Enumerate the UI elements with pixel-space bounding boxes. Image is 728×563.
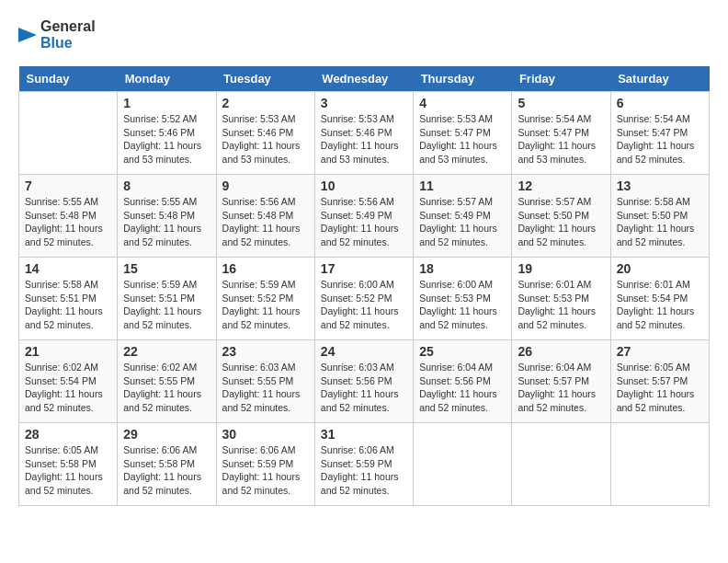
day-info: Sunrise: 5:54 AM Sunset: 5:47 PM Dayligh… [518, 112, 604, 167]
column-header-monday: Monday [118, 66, 216, 92]
day-number: 16 [222, 261, 309, 276]
day-number: 13 [617, 178, 703, 193]
day-info: Sunrise: 6:05 AM Sunset: 5:57 PM Dayligh… [617, 361, 703, 415]
calendar-week-1: 1Sunrise: 5:52 AM Sunset: 5:46 PM Daylig… [19, 92, 710, 175]
day-number: 12 [518, 178, 604, 193]
calendar-cell: 12Sunrise: 5:57 AM Sunset: 5:50 PM Dayli… [512, 175, 610, 258]
day-number: 21 [25, 344, 111, 359]
calendar-cell [610, 423, 709, 506]
calendar-header-row: SundayMondayTuesdayWednesdayThursdayFrid… [19, 66, 710, 92]
day-number: 2 [222, 96, 309, 110]
day-info: Sunrise: 6:01 AM Sunset: 5:54 PM Dayligh… [617, 278, 703, 332]
calendar-cell [512, 423, 610, 506]
day-number: 25 [419, 344, 506, 359]
day-info: Sunrise: 5:54 AM Sunset: 5:47 PM Dayligh… [617, 112, 703, 167]
calendar-cell: 11Sunrise: 5:57 AM Sunset: 5:49 PM Dayli… [414, 175, 512, 258]
day-info: Sunrise: 6:06 AM Sunset: 5:58 PM Dayligh… [123, 443, 210, 498]
day-info: Sunrise: 5:55 AM Sunset: 5:48 PM Dayligh… [123, 195, 210, 249]
day-number: 1 [123, 96, 210, 110]
day-number: 3 [321, 96, 407, 110]
day-info: Sunrise: 5:57 AM Sunset: 5:49 PM Dayligh… [419, 195, 506, 249]
day-number: 14 [25, 261, 111, 276]
day-number: 29 [123, 427, 210, 442]
day-info: Sunrise: 5:52 AM Sunset: 5:46 PM Dayligh… [123, 112, 210, 167]
day-info: Sunrise: 5:58 AM Sunset: 5:50 PM Dayligh… [617, 195, 703, 249]
calendar-cell: 6Sunrise: 5:54 AM Sunset: 5:47 PM Daylig… [610, 92, 709, 175]
day-info: Sunrise: 5:53 AM Sunset: 5:46 PM Dayligh… [321, 112, 407, 167]
calendar-cell: 31Sunrise: 6:06 AM Sunset: 5:59 PM Dayli… [314, 423, 413, 506]
calendar-cell: 19Sunrise: 6:01 AM Sunset: 5:53 PM Dayli… [512, 258, 610, 340]
column-header-saturday: Saturday [610, 66, 709, 92]
calendar-cell: 1Sunrise: 5:52 AM Sunset: 5:46 PM Daylig… [118, 92, 216, 175]
calendar-cell: 18Sunrise: 6:00 AM Sunset: 5:53 PM Dayli… [414, 258, 512, 340]
calendar-cell: 4Sunrise: 5:53 AM Sunset: 5:47 PM Daylig… [414, 92, 512, 175]
column-header-wednesday: Wednesday [314, 66, 413, 92]
day-info: Sunrise: 5:53 AM Sunset: 5:47 PM Dayligh… [419, 112, 506, 167]
day-number: 11 [419, 178, 506, 193]
day-number: 27 [617, 344, 703, 359]
day-info: Sunrise: 6:02 AM Sunset: 5:54 PM Dayligh… [25, 361, 111, 415]
calendar-cell: 8Sunrise: 5:55 AM Sunset: 5:48 PM Daylig… [118, 175, 216, 258]
logo-text: General Blue [40, 18, 96, 51]
day-number: 8 [123, 178, 210, 193]
day-info: Sunrise: 5:55 AM Sunset: 5:48 PM Dayligh… [25, 195, 111, 249]
calendar-cell: 15Sunrise: 5:59 AM Sunset: 5:51 PM Dayli… [118, 258, 216, 340]
day-info: Sunrise: 6:06 AM Sunset: 5:59 PM Dayligh… [222, 443, 309, 498]
logo-line1: General [40, 18, 96, 35]
day-info: Sunrise: 5:53 AM Sunset: 5:46 PM Dayligh… [222, 112, 309, 167]
logo-graphic: General Blue [18, 18, 96, 52]
day-number: 31 [321, 427, 407, 442]
calendar-cell: 27Sunrise: 6:05 AM Sunset: 5:57 PM Dayli… [610, 340, 709, 423]
day-info: Sunrise: 5:58 AM Sunset: 5:51 PM Dayligh… [25, 278, 111, 332]
calendar-cell [414, 423, 512, 506]
logo-bird-icon [18, 18, 37, 52]
calendar-cell: 28Sunrise: 6:05 AM Sunset: 5:58 PM Dayli… [19, 423, 118, 506]
calendar-week-5: 28Sunrise: 6:05 AM Sunset: 5:58 PM Dayli… [19, 423, 710, 506]
column-header-thursday: Thursday [414, 66, 512, 92]
calendar-cell: 21Sunrise: 6:02 AM Sunset: 5:54 PM Dayli… [19, 340, 118, 423]
day-info: Sunrise: 5:57 AM Sunset: 5:50 PM Dayligh… [518, 195, 604, 249]
day-number: 30 [222, 427, 309, 442]
day-info: Sunrise: 6:02 AM Sunset: 5:55 PM Dayligh… [123, 361, 210, 415]
calendar-week-4: 21Sunrise: 6:02 AM Sunset: 5:54 PM Dayli… [19, 340, 710, 423]
day-number: 17 [321, 261, 407, 276]
calendar-cell: 29Sunrise: 6:06 AM Sunset: 5:58 PM Dayli… [118, 423, 216, 506]
calendar-cell: 5Sunrise: 5:54 AM Sunset: 5:47 PM Daylig… [512, 92, 610, 175]
day-info: Sunrise: 5:56 AM Sunset: 5:48 PM Dayligh… [222, 195, 309, 249]
calendar-cell: 9Sunrise: 5:56 AM Sunset: 5:48 PM Daylig… [216, 175, 314, 258]
day-info: Sunrise: 6:01 AM Sunset: 5:53 PM Dayligh… [518, 278, 604, 332]
calendar-cell: 7Sunrise: 5:55 AM Sunset: 5:48 PM Daylig… [19, 175, 118, 258]
day-number: 5 [518, 96, 604, 110]
day-number: 9 [222, 178, 309, 193]
day-info: Sunrise: 6:00 AM Sunset: 5:53 PM Dayligh… [419, 278, 506, 332]
day-info: Sunrise: 6:04 AM Sunset: 5:56 PM Dayligh… [419, 361, 506, 415]
column-header-tuesday: Tuesday [216, 66, 314, 92]
day-number: 10 [321, 178, 407, 193]
day-info: Sunrise: 6:05 AM Sunset: 5:58 PM Dayligh… [25, 443, 111, 498]
logo: General Blue [18, 18, 96, 52]
page-header: General Blue [18, 18, 710, 52]
calendar-cell: 10Sunrise: 5:56 AM Sunset: 5:49 PM Dayli… [314, 175, 413, 258]
calendar-week-2: 7Sunrise: 5:55 AM Sunset: 5:48 PM Daylig… [19, 175, 710, 258]
day-number: 15 [123, 261, 210, 276]
calendar-table: SundayMondayTuesdayWednesdayThursdayFrid… [18, 66, 710, 506]
day-info: Sunrise: 6:00 AM Sunset: 5:52 PM Dayligh… [321, 278, 407, 332]
column-header-sunday: Sunday [19, 66, 118, 92]
calendar-cell: 26Sunrise: 6:04 AM Sunset: 5:57 PM Dayli… [512, 340, 610, 423]
day-number: 28 [25, 427, 111, 442]
calendar-cell [19, 92, 118, 175]
day-info: Sunrise: 6:04 AM Sunset: 5:57 PM Dayligh… [518, 361, 604, 415]
day-number: 4 [419, 96, 506, 110]
calendar-cell: 2Sunrise: 5:53 AM Sunset: 5:46 PM Daylig… [216, 92, 314, 175]
calendar-cell: 17Sunrise: 6:00 AM Sunset: 5:52 PM Dayli… [314, 258, 413, 340]
logo-line2: Blue [40, 35, 96, 52]
day-info: Sunrise: 5:59 AM Sunset: 5:51 PM Dayligh… [123, 278, 210, 332]
calendar-cell: 22Sunrise: 6:02 AM Sunset: 5:55 PM Dayli… [118, 340, 216, 423]
svg-marker-0 [18, 28, 37, 42]
calendar-week-3: 14Sunrise: 5:58 AM Sunset: 5:51 PM Dayli… [19, 258, 710, 340]
calendar-cell: 16Sunrise: 5:59 AM Sunset: 5:52 PM Dayli… [216, 258, 314, 340]
day-number: 20 [617, 261, 703, 276]
calendar-cell: 30Sunrise: 6:06 AM Sunset: 5:59 PM Dayli… [216, 423, 314, 506]
calendar-cell: 25Sunrise: 6:04 AM Sunset: 5:56 PM Dayli… [414, 340, 512, 423]
column-header-friday: Friday [512, 66, 610, 92]
